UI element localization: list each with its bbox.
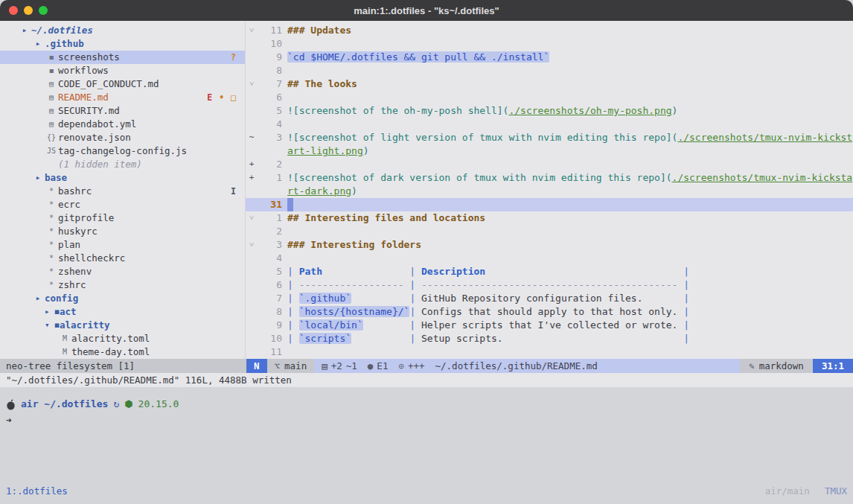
editor-line[interactable]: +2 [246,158,853,171]
gutter: 2 [246,225,287,238]
line-number: 9 [258,51,287,64]
text-segment: | [677,293,689,304]
tree-item-zshrc[interactable]: *zshrc [0,278,245,292]
editor-line[interactable]: 31 [246,198,853,211]
gutter: ˅11 [246,24,287,37]
tree-item-alacritty-toml[interactable]: Malacritty.toml [0,332,245,345]
shell-file-icon: * [45,185,58,198]
file-icon: ▤ [45,91,58,104]
gutter: ~3 [246,131,287,158]
text-segment: ) [351,185,357,197]
minimize-button[interactable] [24,6,33,15]
tree-item-dotfiles[interactable]: ▸~/.dotfiles [0,24,245,37]
tree-item-zshenv[interactable]: *zshenv [0,265,245,278]
editor-line[interactable]: 2 [246,225,853,238]
vim-panes: ▸~/.dotfiles▸.github◼screenshots?◼workfl… [0,21,853,359]
tree-item-workflows[interactable]: ◼workflows [0,64,245,77]
neotree-statusline: neo-tree filesystem [1] [0,359,246,373]
editor-line[interactable]: 11 [246,345,853,359]
gutter: 11 [246,345,287,359]
line-text: `cd $HOME/.dotfiles && git pull && ./ins… [287,51,853,64]
tmux-window-tab[interactable]: 1:.dotfiles [6,485,68,497]
tree-item-alacritty[interactable]: ▾ ◼alacritty [0,319,245,332]
tree-item-gitprofile[interactable]: *gitprofile [0,211,245,225]
text-segment: ### Interesting folders [287,239,421,250]
filetype-section: ✎ markdown [740,359,813,373]
tree-item-code-of-conduct-md[interactable]: ▤CODE_OF_CONDUCT.md [0,77,245,91]
editor-line[interactable]: 4 [246,252,853,265]
editor-line[interactable]: 10| `scripts` | Setup scripts. | [246,332,853,345]
editor-line[interactable]: 9`cd $HOME/.dotfiles && git pull && ./in… [246,51,853,64]
tree-item-bashrc[interactable]: *bashrcI [0,185,245,198]
tree-item-tag-changelog-config-js[interactable]: JStag-changelog-config.js [0,144,245,158]
editor-line[interactable]: 9| `local/bin` | Helper scripts that I'v… [246,319,853,332]
tree-item-base[interactable]: ▸base [0,171,245,185]
tree-item-shellcheckrc[interactable]: *shellcheckrc [0,252,245,265]
tree-item-label: dependabot.yml [58,118,136,131]
tree-item-label: tag-changelog-config.js [58,144,187,158]
file-icon: ▤ [45,104,58,118]
fullscreen-button[interactable] [39,6,48,15]
tree-item-plan[interactable]: *plan [0,238,245,252]
tree-item-dependabot-yml[interactable]: ▤dependabot.yml [0,118,245,131]
shell-input-arrow[interactable]: ➜ [6,415,847,426]
titlebar: main:1:.dotfiles - "ks~/.dotfiles" [0,0,853,21]
shell-region[interactable]: air ~/.dotfiles ↻ ⬢ 20.15.0 ➜ 1:.dotfile… [0,387,853,504]
close-button[interactable] [9,6,18,15]
tree-item-renovate-json[interactable]: {}renovate.json [0,131,245,144]
tree-item-security-md[interactable]: ▤SECURITY.md [0,104,245,118]
filetype-icon: ✎ [749,359,755,373]
error-icon: ● [368,359,374,373]
editor-line[interactable]: 8| `hosts/{hostname}/`| Configs that sho… [246,305,853,319]
editor-line[interactable]: ˅11### Updates [246,24,853,37]
editor-line[interactable]: 5![screenshot of the oh-my-posh shell](.… [246,104,853,118]
tree-item-github[interactable]: ▸.github [0,37,245,51]
editor-line[interactable]: 8 [246,64,853,77]
sign-column [246,198,258,211]
editor-buffer[interactable]: ˅11### Updates109`cd $HOME/.dotfiles && … [246,21,853,359]
gutter: 31 [246,198,287,211]
line-number: 8 [258,305,287,319]
tree-item-readme-md[interactable]: ▤README.mdE•□ [0,91,245,104]
editor-line[interactable]: 10 [246,37,853,51]
tree-item-label: screenshots [58,51,120,64]
tree-item-label: workflows [58,64,109,77]
tree-item-screenshots[interactable]: ◼screenshots? [0,51,245,64]
editor-line[interactable]: ~3![screenshot of light version of tmux … [246,131,853,158]
editor-line[interactable]: +1![screenshot of dark version of tmux w… [246,171,853,198]
editor-line[interactable]: 6| ------------------ | ----------------… [246,278,853,292]
line-number: 3 [258,131,287,158]
tree-item-1-hidden-item[interactable]: (1 hidden item) [0,158,245,171]
tree-item-act[interactable]: ▸ ◼act [0,305,245,319]
gutter: 6 [246,91,287,104]
git-branch-section: ⌥ main [267,359,315,373]
line-number: 4 [258,118,287,131]
line-text: | `hosts/{hostname}/`| Configs that shou… [287,305,853,319]
editor-line[interactable]: ˅7## The looks [246,77,853,91]
text-segment: | [409,306,421,317]
editor-line[interactable]: 7| `.github` | GitHub Repository configu… [246,292,853,305]
editor-line[interactable]: 5| Path | Description | [246,265,853,278]
tree-item-label: act [60,305,77,319]
cursor-block [287,198,293,211]
gutter: +2 [246,158,287,171]
editor-line[interactable]: 6 [246,91,853,104]
tree-item-config[interactable]: ▸config [0,292,245,305]
tree-item-huskyrc[interactable]: *huskyrc [0,225,245,238]
tree-item-label: alacritty [60,319,110,332]
tree-item-ecrc[interactable]: *ecrc [0,198,245,211]
editor-line[interactable]: ˅3### Interesting folders [246,238,853,252]
text-segment: ------------------ [299,279,404,290]
sign-column [246,345,258,359]
editor-line[interactable]: 4 [246,118,853,131]
folder-icon: ▸ [31,37,45,51]
folder-icon: ▸ [31,292,45,305]
file-icon: ▤ [45,77,58,91]
line-text: ![screenshot of the oh-my-posh shell](./… [287,104,853,118]
neo-tree-panel: ▸~/.dotfiles▸.github◼screenshots?◼workfl… [0,21,246,359]
line-number: 31 [258,198,287,211]
line-number: 6 [258,91,287,104]
editor-line[interactable]: ˅1## Interesting files and locations [246,211,853,225]
hunks-icon: ⊙ [398,359,404,373]
tree-item-theme-day-toml[interactable]: Mtheme-day.toml [0,345,245,359]
